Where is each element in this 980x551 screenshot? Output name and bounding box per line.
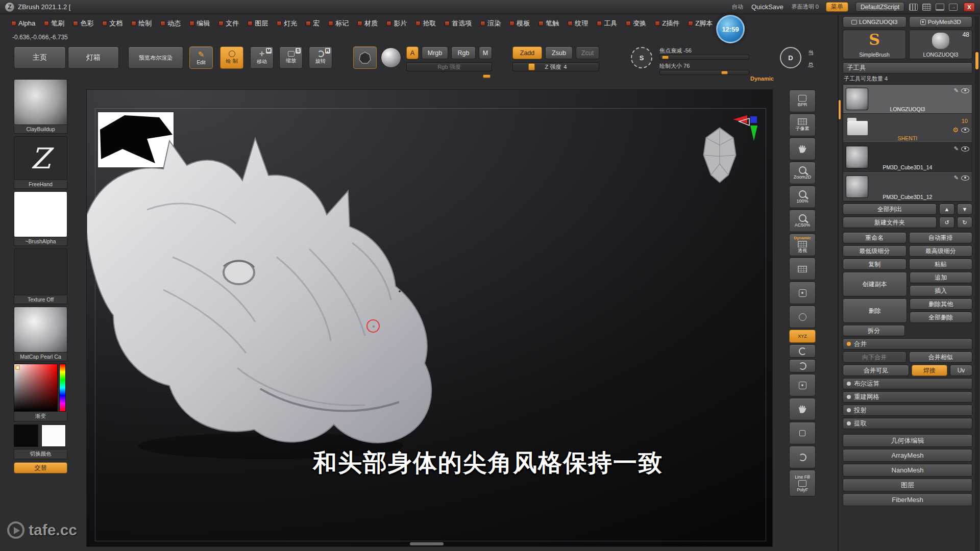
paint-icon[interactable]: ✎ — [954, 145, 959, 152]
nanomesh-section[interactable]: NanoMesh — [843, 464, 972, 477]
append-button[interactable]: 追加 — [910, 272, 973, 283]
ui-transparency-label[interactable]: 界面透明 0 — [792, 3, 819, 11]
swap-color-button[interactable]: 交替 — [14, 462, 67, 473]
bpr-button[interactable]: BPR — [789, 90, 816, 112]
material-thumbnail[interactable] — [14, 307, 67, 353]
weld-button[interactable]: 焊接 — [912, 365, 947, 376]
paste-button[interactable]: 粘贴 — [909, 259, 973, 270]
eye-icon[interactable] — [961, 88, 969, 93]
subtool-row-active[interactable]: ✎ LONGZUOQI3 — [843, 85, 972, 114]
focal-shift-icon[interactable]: S — [631, 47, 652, 68]
focal-shift-handle[interactable] — [662, 56, 669, 59]
split-button[interactable]: 拆分 — [843, 325, 905, 336]
turntable-button[interactable] — [789, 306, 816, 328]
color-selector-dot[interactable] — [15, 365, 20, 370]
subtool-row-folder[interactable]: 10 ⚙ SHENTI — [843, 114, 972, 143]
extract-section-header[interactable]: 提取 — [843, 418, 972, 429]
subpixel-button[interactable]: 子像素 — [789, 114, 816, 136]
eye-icon[interactable] — [961, 176, 969, 181]
rotate-cw-button[interactable] — [789, 359, 816, 372]
brush-selector[interactable]: ClayBuildup — [14, 79, 67, 134]
subtool-row[interactable]: ✎ PM3D_Cube3D1_12 — [843, 172, 972, 201]
stroke-selector[interactable]: Z FreeHand — [14, 136, 67, 189]
preview-boolean-button[interactable]: 预览布尔渲染 — [128, 46, 183, 69]
texture-thumbnail[interactable] — [14, 248, 67, 295]
tab-polymesh3d[interactable]: PolyMesh3D — [909, 16, 973, 28]
draw-size-handle[interactable] — [721, 71, 728, 74]
rgb-button[interactable]: Rgb — [451, 46, 476, 59]
auto-reorder-button[interactable]: 自动重排 — [909, 232, 973, 243]
new-folder-button[interactable]: 新建文件夹 — [843, 217, 937, 228]
menu-transform[interactable]: 变换 — [626, 19, 646, 28]
perspective-button[interactable]: Dynamic 透视 — [789, 234, 816, 256]
menu-file[interactable]: 文件 — [218, 19, 239, 28]
menu-zplugin[interactable]: Z插件 — [655, 19, 679, 28]
menu-dynamics[interactable]: 动态 — [160, 19, 181, 28]
merge-visible-button[interactable]: 合并可见 — [843, 365, 909, 376]
texture-selector[interactable]: Texture Off — [14, 248, 67, 304]
lowest-subdiv-button[interactable]: 最低级细分 — [843, 245, 906, 257]
secondary-color-swatch[interactable] — [41, 424, 66, 447]
focal-shift-slider[interactable] — [659, 55, 749, 60]
sliders-icon[interactable] — [909, 4, 918, 11]
close-button[interactable]: X — [964, 3, 975, 12]
eye-icon[interactable] — [961, 128, 969, 133]
linefill-button[interactable]: Line Fill PolyF — [789, 470, 816, 496]
folder-redo-button[interactable]: ↻ — [957, 217, 972, 228]
scale-view-button[interactable] — [789, 422, 816, 444]
edit-button[interactable]: ✎ Edit — [189, 46, 213, 69]
subtool-header[interactable]: 子工具 — [843, 62, 972, 73]
rgb-intensity-slider[interactable]: Rgb 强度 — [406, 62, 492, 71]
menu-movie[interactable]: 影片 — [386, 19, 407, 28]
move-mode-button[interactable]: M ✛ 移动 — [250, 46, 274, 69]
highest-subdiv-button[interactable]: 最高级细分 — [909, 245, 973, 257]
pan-button[interactable] — [789, 138, 816, 160]
menu-preferences[interactable]: 首选项 — [445, 19, 472, 28]
dynamic-brush-icon[interactable]: D — [780, 47, 801, 68]
folder-icon[interactable] — [847, 121, 868, 135]
zsub-button[interactable]: Zsub — [545, 46, 573, 59]
list-all-button[interactable]: 全部列出 — [843, 204, 937, 215]
monitor-icon[interactable] — [936, 4, 944, 11]
menu-layer[interactable]: 图层 — [248, 19, 268, 28]
arraymesh-section[interactable]: ArrayMesh — [843, 449, 972, 462]
home-button[interactable]: 主页 — [14, 46, 66, 69]
rename-button[interactable]: 重命名 — [843, 232, 906, 243]
remesh-section-header[interactable]: 重建网格 — [843, 391, 972, 403]
default-zscript-button[interactable]: DefaultZScript — [855, 2, 904, 12]
saturation-square[interactable] — [14, 364, 58, 412]
menu-stencil[interactable]: 模板 — [509, 19, 530, 28]
menu-document[interactable]: 文档 — [102, 19, 122, 28]
folder-undo-button[interactable]: ↺ — [939, 217, 954, 228]
pivot-button[interactable] — [789, 374, 816, 396]
rotate-view-button[interactable] — [789, 446, 816, 468]
menu-button[interactable]: 菜单 — [826, 2, 848, 12]
boolean-section-header[interactable]: 布尔运算 — [843, 378, 972, 389]
fibermesh-section[interactable]: FiberMesh — [843, 493, 972, 506]
alpha-selector[interactable]: ~BrushAlpha — [14, 191, 67, 246]
axis-gizmo[interactable] — [732, 114, 768, 145]
material-preview-sphere[interactable] — [381, 47, 401, 68]
share-icon[interactable]: → — [949, 4, 958, 11]
menu-stroke[interactable]: 笔触 — [538, 19, 559, 28]
menu-zscript[interactable]: Z脚本 — [688, 19, 713, 28]
menu-material[interactable]: 材质 — [357, 19, 378, 28]
menu-brush[interactable]: 笔刷 — [44, 19, 64, 28]
floor-grid-button[interactable] — [789, 258, 816, 280]
hue-strip[interactable] — [59, 364, 66, 412]
subtool-row[interactable]: ✎ PM3D_Cube3D1_14 — [843, 143, 972, 172]
menu-draw[interactable]: 绘制 — [131, 19, 152, 28]
switch-color-label[interactable]: 切换颜色 — [14, 449, 67, 459]
lightbox-button[interactable]: 灯箱 — [68, 46, 119, 69]
layers-section[interactable]: 图层 — [843, 479, 972, 491]
simplebrush-tile[interactable]: S SimpleBrush — [843, 30, 906, 59]
gear-icon[interactable]: ⚙ — [952, 126, 959, 134]
duplicate-button[interactable]: 创建副本 — [843, 272, 907, 296]
mrgb-button[interactable]: Mrgb — [422, 46, 448, 59]
rotate-mode-button[interactable]: R 旋转 — [309, 46, 332, 69]
dynamic-label[interactable]: Dynamic — [750, 76, 774, 82]
z-intensity-slider[interactable]: Z 强度4 — [512, 62, 599, 71]
rgb-intensity-mini-handle[interactable] — [483, 74, 491, 78]
stroke-preview-button[interactable] — [353, 46, 377, 69]
delete-button[interactable]: 删除 — [843, 298, 907, 323]
